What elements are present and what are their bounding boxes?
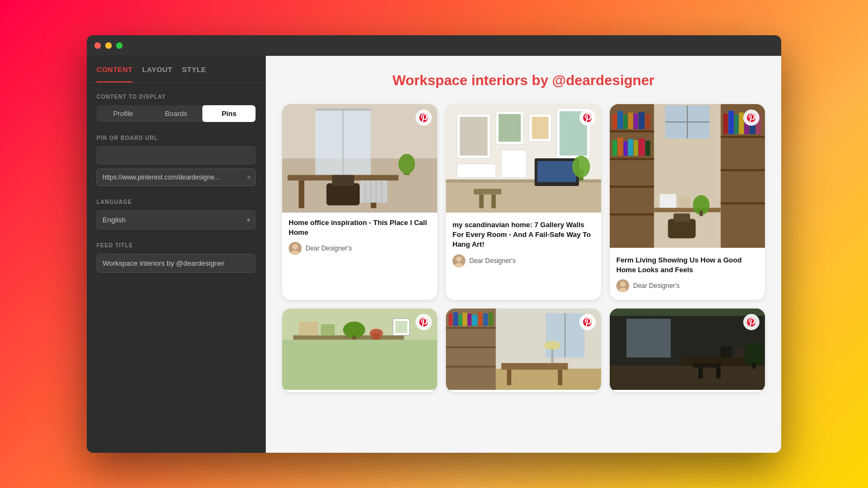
svg-rect-97 [372,333,380,340]
svg-rect-52 [617,111,623,129]
svg-rect-99 [395,321,407,333]
svg-rect-27 [499,114,521,142]
avatar [616,279,629,292]
svg-rect-126 [610,309,765,316]
pin-image-wrap [446,309,601,392]
svg-point-40 [572,156,590,178]
svg-point-42 [456,256,462,262]
svg-rect-63 [639,139,644,156]
pin-url-input[interactable] [97,169,256,186]
feed-title-input[interactable] [97,254,256,273]
svg-rect-106 [449,313,452,326]
minimize-button[interactable] [105,42,112,49]
svg-rect-8 [327,183,360,206]
svg-rect-9 [332,175,354,186]
pin-url-empty-input[interactable] [97,146,256,164]
svg-point-88 [620,281,626,287]
app-window: CONTENT LAYOUT STYLE CONTENT TO DISPLAY … [87,35,781,453]
content-toggle-group: Profile Boards Pins [97,105,256,122]
avatar [289,242,302,255]
avatar [452,254,465,267]
language-select-wrapper: English Spanish French German ▾ [97,210,256,229]
boards-toggle[interactable]: Boards [150,105,203,122]
svg-rect-68 [720,202,765,204]
pin-url-label: PIN OR BOARD URL [97,135,256,141]
svg-rect-111 [472,315,477,326]
svg-rect-60 [624,142,628,156]
pin-card: Home office inspiration - This Place I C… [282,104,437,300]
svg-rect-38 [492,194,496,208]
svg-rect-113 [483,313,488,326]
svg-rect-132 [720,346,731,357]
svg-rect-107 [453,312,458,326]
svg-rect-56 [639,112,644,130]
svg-rect-53 [624,115,628,130]
pins-grid: Home office inspiration - This Place I C… [282,104,765,392]
svg-rect-95 [353,336,356,340]
pin-card: Ferm Living Showing Us How a Good Home L… [610,104,765,300]
feed-heading-link[interactable]: @deardesigner [552,72,655,88]
svg-rect-12 [360,181,387,203]
svg-rect-86 [673,213,690,221]
content-area: CONTENT LAYOUT STYLE CONTENT TO DISPLAY … [87,56,781,453]
svg-rect-109 [463,313,467,326]
pin-card: my scandinavian home: 7 Gallery Walls Fo… [446,104,601,300]
pin-title: Home office inspiration - This Place I C… [289,218,431,237]
svg-rect-64 [645,141,650,156]
svg-rect-59 [617,138,623,156]
svg-rect-55 [634,114,638,130]
close-button[interactable] [94,42,101,49]
profile-toggle[interactable]: Profile [97,105,150,122]
svg-rect-115 [496,369,601,390]
svg-rect-84 [699,210,703,216]
tab-layout[interactable]: LAYOUT [142,66,172,82]
svg-rect-136 [716,368,720,378]
pin-image [282,104,437,213]
language-select[interactable]: English Spanish French German [97,210,256,229]
pin-card [610,309,765,392]
svg-rect-57 [645,114,650,130]
pin-author: Dear Designer's [289,242,431,255]
pin-image-wrap [610,104,765,250]
svg-rect-128 [610,366,765,390]
pin-info: Ferm Living Showing Us How a Good Home L… [610,250,765,300]
svg-rect-61 [628,139,633,156]
clear-url-button[interactable]: × [247,174,251,181]
maximize-button[interactable] [116,42,123,49]
tab-content[interactable]: CONTENT [97,66,132,82]
svg-rect-29 [532,117,548,139]
tab-style[interactable]: STYLE [182,66,206,82]
author-name: Dear Designer's [469,257,516,265]
svg-rect-37 [479,194,483,208]
svg-rect-114 [489,313,493,326]
svg-rect-58 [612,140,617,156]
pin-image [610,104,765,250]
pin-image-wrap [446,104,601,215]
svg-point-11 [399,154,416,174]
svg-rect-70 [729,111,734,134]
pin-image [446,309,601,392]
svg-point-123 [544,341,561,350]
svg-rect-35 [538,161,577,182]
svg-rect-82 [679,197,690,208]
svg-rect-62 [634,140,638,156]
svg-rect-33 [501,150,526,178]
feed-heading: Workspace interiors by @deardesigner [282,72,765,89]
svg-rect-69 [723,114,727,134]
svg-rect-50 [610,213,654,215]
pin-image-wrap [282,104,437,213]
right-panel: Workspace interiors by @deardesigner [266,56,781,453]
feed-title-label: FEED TITLE [97,242,256,248]
tabs-nav: CONTENT LAYOUT STYLE [87,56,265,83]
pinterest-badge [416,110,432,126]
left-panel: CONTENT LAYOUT STYLE CONTENT TO DISPLAY … [87,56,266,453]
pin-info: my scandinavian home: 7 Gallery Walls Fo… [446,215,601,275]
svg-point-18 [292,244,298,249]
language-label: LANGUAGE [97,199,256,205]
titlebar [87,35,781,56]
pins-toggle[interactable]: Pins [202,105,256,122]
pin-card [282,309,437,392]
pin-author: Dear Designer's [452,254,595,267]
pin-author: Dear Designer's [616,279,758,292]
svg-rect-119 [501,363,568,370]
